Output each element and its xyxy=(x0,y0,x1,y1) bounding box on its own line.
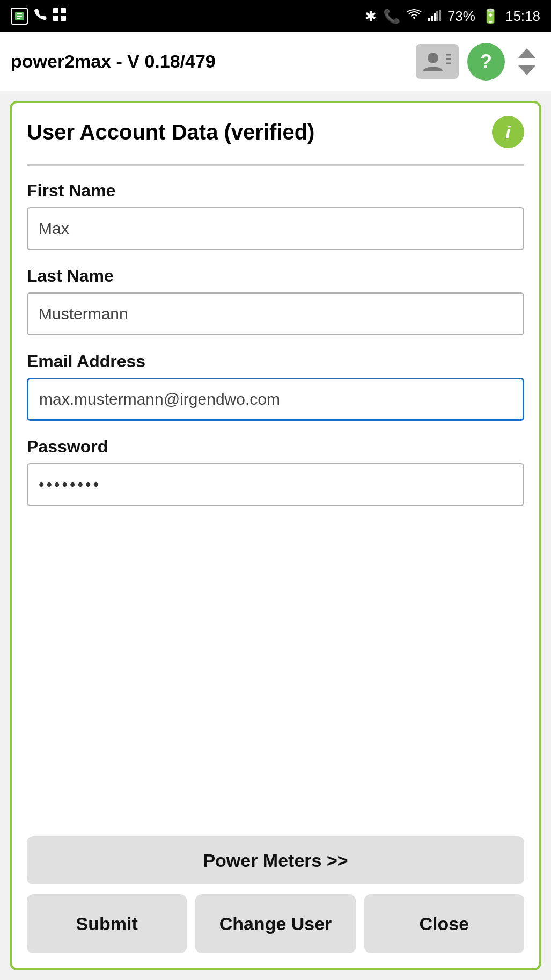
svg-rect-5 xyxy=(61,8,66,13)
email-address-input[interactable] xyxy=(27,378,524,421)
form-card: User Account Data (verified) i First Nam… xyxy=(10,101,541,970)
svg-rect-10 xyxy=(434,13,436,21)
email-address-label: Email Address xyxy=(27,352,524,371)
sort-icon-button[interactable] xyxy=(513,46,540,78)
password-input[interactable] xyxy=(27,463,524,506)
last-name-group: Last Name xyxy=(27,266,524,335)
help-label: ? xyxy=(480,50,492,73)
first-name-label: First Name xyxy=(27,181,524,201)
card-title: User Account Data (verified) xyxy=(27,120,314,144)
svg-rect-2 xyxy=(17,16,22,17)
status-bar-left xyxy=(11,8,67,25)
grid-icon xyxy=(53,8,67,25)
app-icon xyxy=(11,8,28,25)
power-meters-button[interactable]: Power Meters >> xyxy=(27,836,524,884)
phone-icon xyxy=(33,8,47,25)
svg-rect-7 xyxy=(61,16,66,21)
svg-rect-11 xyxy=(436,11,438,21)
wifi-icon xyxy=(407,8,422,25)
svg-rect-12 xyxy=(439,10,441,21)
svg-marker-17 xyxy=(518,48,535,58)
phone-signal-icon: 📞 xyxy=(383,8,400,25)
header-icons: ? xyxy=(416,43,540,81)
bottom-buttons: Submit Change User Close xyxy=(27,894,524,953)
email-address-group: Email Address xyxy=(27,352,524,421)
svg-rect-8 xyxy=(428,18,430,21)
submit-button[interactable]: Submit xyxy=(27,894,187,953)
status-bar-right: ✱ 📞 73% 🔋 15:18 xyxy=(365,8,540,25)
svg-rect-4 xyxy=(53,8,58,13)
info-icon-button[interactable]: i xyxy=(492,116,524,148)
last-name-input[interactable] xyxy=(27,292,524,335)
bluetooth-icon: ✱ xyxy=(365,8,377,25)
svg-rect-3 xyxy=(17,18,20,19)
time-label: 15:18 xyxy=(505,8,540,25)
last-name-label: Last Name xyxy=(27,266,524,286)
app-header: power2max - V 0.18/479 ? xyxy=(0,32,551,91)
battery-icon: 🔋 xyxy=(482,8,499,25)
profile-icon-button[interactable] xyxy=(416,44,459,79)
first-name-input[interactable] xyxy=(27,207,524,250)
battery-label: 73% xyxy=(447,8,475,25)
svg-rect-1 xyxy=(17,13,22,14)
signal-icon xyxy=(428,8,441,25)
svg-rect-6 xyxy=(53,16,58,21)
svg-marker-18 xyxy=(518,65,535,75)
svg-rect-9 xyxy=(431,16,433,21)
status-bar: ✱ 📞 73% 🔋 15:18 xyxy=(0,0,551,32)
password-group: Password xyxy=(27,437,524,506)
divider xyxy=(27,164,524,166)
password-label: Password xyxy=(27,437,524,457)
first-name-group: First Name xyxy=(27,181,524,250)
svg-point-13 xyxy=(428,53,438,63)
buttons-section: Power Meters >> Submit Change User Close xyxy=(27,836,524,953)
change-user-button[interactable]: Change User xyxy=(195,894,355,953)
close-button[interactable]: Close xyxy=(364,894,524,953)
app-title: power2max - V 0.18/479 xyxy=(11,51,216,72)
info-label: i xyxy=(505,122,510,143)
help-icon-button[interactable]: ? xyxy=(467,43,505,81)
main-content: User Account Data (verified) i First Nam… xyxy=(0,91,551,980)
card-header: User Account Data (verified) i xyxy=(27,116,524,148)
